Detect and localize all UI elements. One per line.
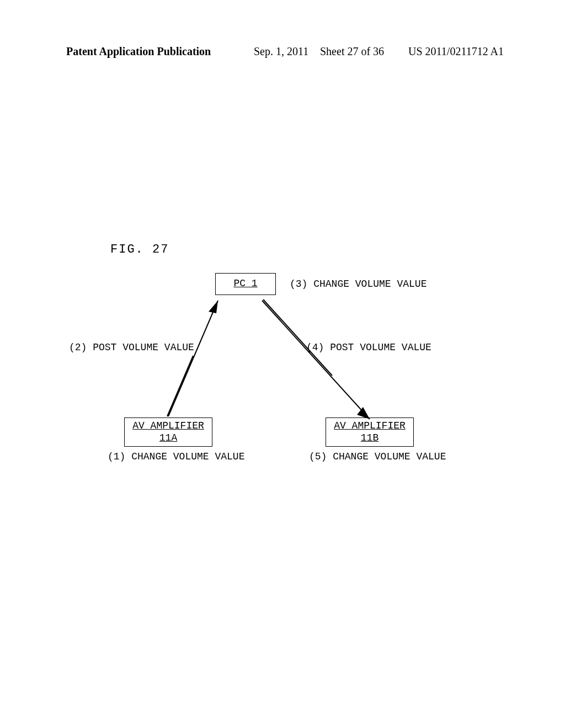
header-date: Sep. 1, 2011 <box>254 45 308 58</box>
annotation-3: (3) CHANGE VOLUME VALUE <box>290 279 427 290</box>
svg-line-0 <box>168 301 218 416</box>
svg-line-4 <box>263 299 332 376</box>
node-pc-label: PC 1 <box>233 278 257 290</box>
header-sheet: Sheet 27 of 36 <box>320 45 384 58</box>
figure-label: FIG. 27 <box>110 243 169 256</box>
node-amp-a-line2: 11A <box>128 432 209 445</box>
header-left: Patent Application Publication <box>66 45 211 58</box>
node-amp-b: AV AMPLIFIER 11B <box>326 417 414 447</box>
annotation-1: (1) CHANGE VOLUME VALUE <box>108 451 244 462</box>
annotation-2: (2) POST VOLUME VALUE <box>69 342 194 353</box>
connectors <box>0 0 565 728</box>
svg-marker-2 <box>209 301 218 313</box>
annotation-5: (5) CHANGE VOLUME VALUE <box>309 451 446 462</box>
node-pc: PC 1 <box>215 273 276 295</box>
page: Patent Application Publication Sep. 1, 2… <box>0 0 565 728</box>
node-amp-a-line1: AV AMPLIFIER <box>128 420 209 432</box>
svg-line-1 <box>167 356 193 416</box>
svg-line-3 <box>262 301 370 419</box>
header-pubno: US 2011/0211712 A1 <box>408 45 504 58</box>
annotation-4: (4) POST VOLUME VALUE <box>306 342 431 353</box>
node-amp-b-line2: 11B <box>329 432 410 445</box>
node-amp-a: AV AMPLIFIER 11A <box>124 417 212 447</box>
node-amp-b-line1: AV AMPLIFIER <box>329 420 410 432</box>
